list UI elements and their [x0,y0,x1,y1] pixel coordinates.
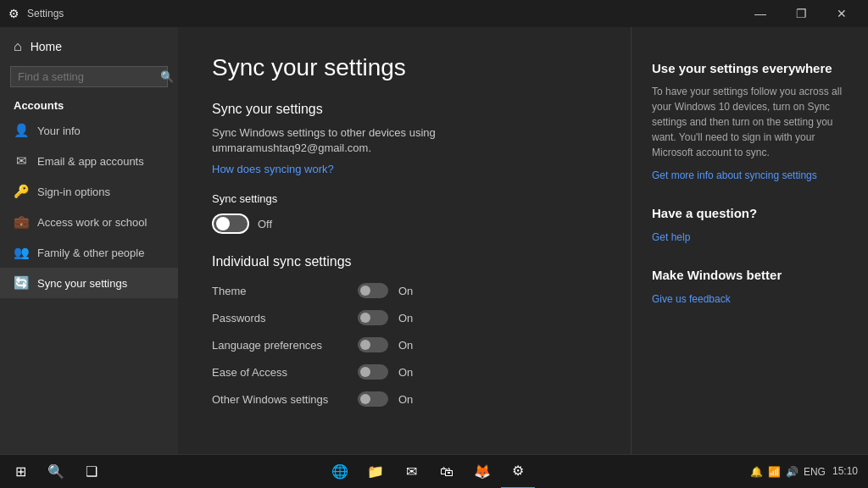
language-toggle[interactable] [358,337,388,352]
sidebar-item-email-app-accounts[interactable]: ✉ Email & app accounts [0,146,178,176]
start-button[interactable]: ⊞ [3,455,37,489]
question-section: Have a question? Get help [652,206,848,244]
sync-toggle[interactable] [212,214,249,234]
passwords-toggle-knob [360,313,370,323]
lang-indicator[interactable]: ENG [804,466,826,478]
task-view-button[interactable]: ❑ [75,455,108,489]
minimize-button[interactable]: — [741,0,780,27]
settings-taskbar-icon: ⚙ [512,463,524,479]
sidebar-item-label: Your info [37,125,81,137]
passwords-toggle[interactable] [358,310,388,325]
title-bar: ⚙ Settings — ❐ ✕ [0,0,868,27]
volume-icon[interactable]: 🔊 [786,466,798,478]
theme-toggle[interactable] [358,283,388,298]
sign-in-icon: 🔑 [14,184,29,199]
theme-toggle-label: On [398,285,413,297]
taskbar-left: ⊞ 🔍 ❑ [3,455,108,489]
taskbar-right: 🔔 📶 🔊 ENG 15:10 [750,465,865,479]
network-icon[interactable]: 📶 [768,466,781,478]
edge-icon: 🌐 [331,463,348,480]
get-more-info-link[interactable]: Get more info about syncing settings [652,169,817,181]
sidebar-item-label: Sync your settings [37,277,127,290]
sidebar-item-your-info[interactable]: 👤 Your info [0,115,178,146]
email-icon: ✉ [14,153,29,169]
windows-better-title: Make Windows better [652,268,848,282]
how-does-syncing-link[interactable]: How does syncing work? [212,163,597,175]
question-title: Have a question? [652,206,848,220]
feedback-link[interactable]: Give us feedback [652,293,731,305]
get-help-link[interactable]: Get help [652,231,690,243]
theme-label: Theme [212,285,348,297]
sidebar-home[interactable]: ⌂ Home [0,30,178,63]
other-windows-toggle-label: On [398,393,413,406]
sync-subtitle: Sync your settings [212,102,597,117]
sync-description: Sync Windows settings to other devices u… [212,125,597,156]
taskbar-app-firefox[interactable]: 🦊 [465,455,499,489]
taskbar-app-edge[interactable]: 🌐 [323,455,357,489]
page-title: Sync your settings [212,54,597,81]
maximize-button[interactable]: ❐ [782,0,821,27]
sidebar-section-title: Accounts [0,94,178,115]
search-input[interactable] [18,70,160,83]
use-everywhere-text: To have your settings follow you across … [652,84,848,160]
family-icon: 👥 [14,245,29,260]
home-icon: ⌂ [14,39,22,54]
sync-settings-label: Sync settings [212,192,597,205]
taskbar-app-explorer[interactable]: 📁 [359,455,392,489]
ease-of-access-label: Ease of Access [212,366,348,379]
store-icon: 🛍 [440,464,453,480]
taskbar-app-store[interactable]: 🛍 [430,455,464,489]
passwords-label: Passwords [212,312,348,324]
sync-option-theme: Theme On [212,283,597,298]
main-content: Sync your settings Sync your settings Sy… [178,27,631,454]
individual-sync-title: Individual sync settings [212,254,597,269]
settings-app-icon: ⚙ [7,7,20,20]
sidebar: ⌂ Home 🔍 Accounts 👤 Your info ✉ Email & … [0,27,178,454]
your-info-icon: 👤 [14,123,29,138]
other-windows-toggle[interactable] [358,391,388,407]
title-bar-left: ⚙ Settings [7,7,64,20]
search-button[interactable]: 🔍 [39,455,73,489]
taskbar-app-mail[interactable]: ✉ [394,455,428,489]
sidebar-item-sign-in-options[interactable]: 🔑 Sign-in options [0,176,178,207]
firefox-icon: 🦊 [474,463,491,480]
ease-of-access-toggle[interactable] [358,364,388,380]
ease-of-access-knob [360,367,370,377]
search-taskbar-icon: 🔍 [47,463,64,480]
taskbar-app-settings[interactable]: ⚙ [501,455,535,489]
close-button[interactable]: ✕ [822,0,861,27]
sidebar-item-label: Access work or school [37,216,147,229]
start-icon: ⊞ [15,463,26,480]
other-windows-knob [360,394,370,404]
sync-toggle-row: Off [212,214,597,234]
sidebar-item-access-work-school[interactable]: 💼 Access work or school [0,207,178,237]
taskbar-time: 15:10 [832,465,858,479]
notification-icon[interactable]: 🔔 [750,466,763,478]
other-windows-label: Other Windows settings [212,393,348,406]
sidebar-item-label: Sign-in options [37,186,110,198]
theme-toggle-knob [360,286,370,296]
sidebar-item-family-other-people[interactable]: 👥 Family & other people [0,237,178,268]
taskbar-center: 🌐 📁 ✉ 🛍 🦊 ⚙ [323,455,535,489]
sync-option-passwords: Passwords On [212,310,597,325]
right-panel: Use your settings everywhere To have you… [631,27,868,454]
taskbar-clock[interactable]: 15:10 [832,465,858,479]
sync-toggle-label: Off [258,218,272,230]
sidebar-item-sync-settings[interactable]: 🔄 Sync your settings [0,268,178,298]
sidebar-item-label: Email & app accounts [37,155,144,168]
search-icon: 🔍 [160,70,174,83]
ease-of-access-toggle-label: On [398,366,413,379]
use-everywhere-section: Use your settings everywhere To have you… [652,61,848,182]
windows-better-section: Make Windows better Give us feedback [652,268,848,306]
task-view-icon: ❑ [86,463,97,480]
app-body: ⌂ Home 🔍 Accounts 👤 Your info ✉ Email & … [0,27,868,454]
taskbar-system-tray: 🔔 📶 🔊 ENG [750,466,826,478]
sync-option-other-windows: Other Windows settings On [212,391,597,407]
use-everywhere-title: Use your settings everywhere [652,61,848,75]
title-bar-title: Settings [27,8,64,19]
sync-option-ease-of-access: Ease of Access On [212,364,597,380]
work-school-icon: 💼 [14,214,29,230]
explorer-icon: 📁 [367,463,384,480]
sidebar-search-box[interactable]: 🔍 [10,66,168,87]
taskbar: ⊞ 🔍 ❑ 🌐 📁 ✉ 🛍 🦊 ⚙ 🔔 📶 � [0,454,868,488]
